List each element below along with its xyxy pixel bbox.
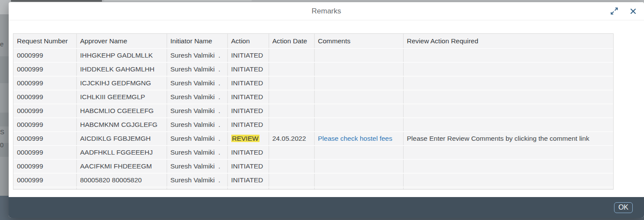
cell-action-date xyxy=(269,76,314,90)
cell-comment xyxy=(314,90,403,104)
cell-comment xyxy=(314,173,403,187)
cell-request-number: 0000999 xyxy=(13,104,76,118)
cell-action: INITIATED xyxy=(227,76,269,90)
cell-approver-name: 80005820 80005820 xyxy=(76,173,167,187)
cell-request-number: 0000999 xyxy=(13,132,76,146)
comment-link[interactable]: Please check hostel fees xyxy=(318,135,392,142)
table-row: 0000999HABCMKNM CGJGLEFGSuresh Valmiki .… xyxy=(13,118,614,132)
background-text-fragment xyxy=(104,0,252,1)
ok-button[interactable]: OK xyxy=(614,202,633,213)
remarks-table-container: Request NumberApprover NameInitiator Nam… xyxy=(13,33,614,190)
cell-initiator-name: Suresh Valmiki . xyxy=(167,90,227,104)
cell-initiator-name: Suresh Valmiki . xyxy=(167,49,227,62)
table-body: 0000999IHHGKEHP GADLMLLKSuresh Valmiki .… xyxy=(13,49,614,190)
cell-action xyxy=(227,187,269,190)
cell-action-date xyxy=(269,146,314,159)
expand-icon[interactable] xyxy=(609,6,619,16)
table-row: 0000999IHDDKELK GAHGMLHHSuresh Valmiki .… xyxy=(13,62,614,76)
cell-request-number: 0000999 xyxy=(13,118,76,132)
column-header-approver-name: Approver Name xyxy=(76,34,167,49)
cell-initiator-name: Suresh Valmiki . xyxy=(167,132,227,146)
cell-approver-name xyxy=(76,187,167,190)
cell-action-date xyxy=(269,187,314,190)
cell-initiator-name: Suresh Valmiki . xyxy=(167,118,227,132)
cell-action-date xyxy=(269,90,314,104)
cell-action-date xyxy=(269,104,314,118)
cell-request-number: 0000999 xyxy=(13,146,76,159)
column-header-comments: Comments xyxy=(314,34,403,49)
column-header-action-date: Action Date xyxy=(269,34,314,49)
dialog-header: Remarks xyxy=(9,2,644,20)
cell-review-action-required xyxy=(403,173,614,187)
cell-request-number: 0000999 xyxy=(13,173,76,187)
close-icon[interactable] xyxy=(628,6,638,16)
cell-review-action-required xyxy=(403,118,614,132)
table-row: 0000999AACIFKMI FHDEEEGMSuresh Valmiki .… xyxy=(13,159,614,173)
cell-review-action-required xyxy=(403,90,614,104)
cell-comment xyxy=(314,104,403,118)
cell-approver-name: HABCMLIO CGEELEFG xyxy=(76,104,167,118)
cell-initiator-name: Suresh Valmiki . xyxy=(167,104,227,118)
cell-action-date: 24.05.2022 xyxy=(269,132,314,146)
table-row: 0000999AADFHKLL FGGEEEHJSuresh Valmiki .… xyxy=(13,146,614,159)
cell-action-date xyxy=(269,173,314,187)
cell-approver-name: IHHGKEHP GADLMLLK xyxy=(76,49,167,62)
cell-initiator-name: Suresh Valmiki . xyxy=(167,146,227,159)
cell-request-number: 0000999 xyxy=(13,62,76,76)
action-highlight: REVIEW xyxy=(231,135,260,142)
cell-action: INITIATED xyxy=(227,104,269,118)
background-text-fragment: e xyxy=(0,40,3,48)
table-header: Request NumberApprover NameInitiator Nam… xyxy=(13,34,614,49)
cell-request-number: 0000999 xyxy=(13,159,76,173)
dialog-header-actions xyxy=(609,6,638,16)
cell-comment xyxy=(314,62,403,76)
cell-action: INITIATED xyxy=(227,146,269,159)
cell-approver-name: HABCMKNM CGJGLEFG xyxy=(76,118,167,132)
table-row: 0000999ICJCKIHJ GEDFMGNGSuresh Valmiki .… xyxy=(13,76,614,90)
cell-approver-name: ICJCKIHJ GEDFMGNG xyxy=(76,76,167,90)
cell-initiator-name: Suresh Valmiki . xyxy=(167,62,227,76)
cell-action: INITIATED xyxy=(227,118,269,132)
cell-initiator-name: Suresh Valmiki . xyxy=(167,159,227,173)
remarks-table: Request NumberApprover NameInitiator Nam… xyxy=(13,34,614,190)
cell-comment xyxy=(314,76,403,90)
column-header-request-number: Request Number xyxy=(13,34,76,49)
cell-action: INITIATED xyxy=(227,49,269,62)
cell-request-number: 0000999 xyxy=(13,49,76,62)
cell-action-date xyxy=(269,62,314,76)
cell-review-action-required xyxy=(403,146,614,159)
cell-request-number: 0000999 xyxy=(13,76,76,90)
cell-comment xyxy=(314,187,403,190)
cell-review-action-required xyxy=(403,104,614,118)
background-text-fragment xyxy=(11,0,102,2)
cell-initiator-name: Suresh Valmiki . xyxy=(167,173,227,187)
cell-review-action-required xyxy=(403,76,614,90)
cell-approver-name: ICHLKIII GEEEMGLP xyxy=(76,90,167,104)
background-text-fragment: S xyxy=(0,128,4,136)
dialog-content: Request NumberApprover NameInitiator Nam… xyxy=(9,20,644,197)
cell-action: INITIATED xyxy=(227,159,269,173)
cell-request-number: 0000999 xyxy=(13,90,76,104)
cell-approver-name: IHDDKELK GAHGMLHH xyxy=(76,62,167,76)
cell-review-action-required xyxy=(403,159,614,173)
cell-action-date xyxy=(269,159,314,173)
cell-comment: Please check hostel fees xyxy=(314,132,403,146)
dialog-title: Remarks xyxy=(9,7,644,16)
cell-review-action-required xyxy=(403,49,614,62)
cell-action-date xyxy=(269,49,314,62)
cell-approver-name: AADFHKLL FGGEEEHJ xyxy=(76,146,167,159)
cell-comment xyxy=(314,159,403,173)
cell-action: INITIATED xyxy=(227,173,269,187)
table-row: 0000999IHHGKEHP GADLMLLKSuresh Valmiki .… xyxy=(13,49,614,62)
cell-action-date xyxy=(269,118,314,132)
cell-review-action-required xyxy=(403,62,614,76)
table-row: 0000999ICHLKIII GEEEMGLPSuresh Valmiki .… xyxy=(13,90,614,104)
table-row xyxy=(13,187,614,190)
table-header-row: Request NumberApprover NameInitiator Nam… xyxy=(13,34,614,49)
table-row: 0000999AICDIKLG FGBJEMGHSuresh Valmiki .… xyxy=(13,132,614,146)
table-row: 0000999HABCMLIO CGEELEFGSuresh Valmiki .… xyxy=(13,104,614,118)
background-text-fragment: 0 xyxy=(0,141,3,149)
dialog-footer: OK xyxy=(9,197,644,218)
cell-comment xyxy=(314,118,403,132)
cell-approver-name: AICDIKLG FGBJEMGH xyxy=(76,132,167,146)
